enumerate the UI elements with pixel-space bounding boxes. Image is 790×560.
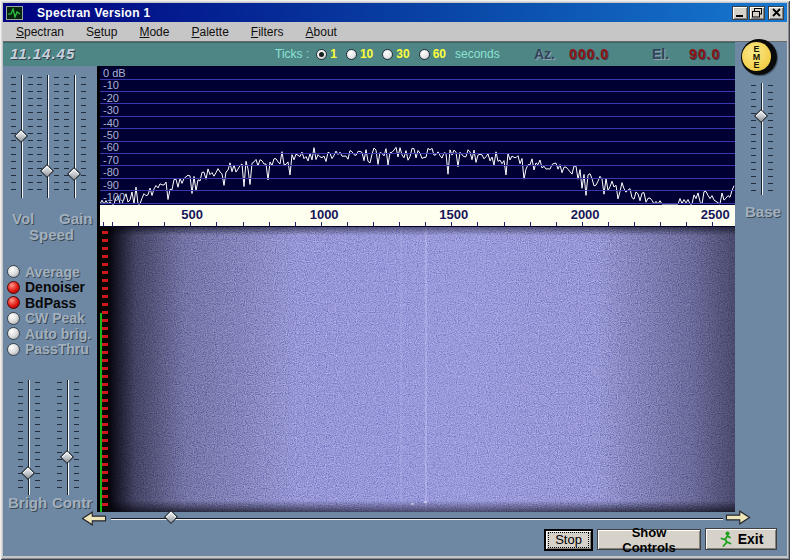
show-controls-button[interactable]: Show Controls <box>597 529 701 550</box>
brigh-slider-thumb[interactable] <box>21 466 35 480</box>
close-button[interactable] <box>768 6 784 20</box>
menu-item-mode[interactable]: Mode <box>128 23 180 41</box>
brigh-label: Brigh <box>8 494 47 511</box>
scroll-left-arrow-icon[interactable] <box>81 511 107 526</box>
tick-radio-1[interactable]: 1 <box>316 47 337 61</box>
radio-icon[interactable] <box>382 49 393 60</box>
tick-radio-10[interactable]: 10 <box>346 47 373 61</box>
gain-slider-thumb[interactable] <box>67 167 81 181</box>
control-label: Denoiser <box>25 279 85 295</box>
stop-button[interactable]: Stop <box>545 530 592 550</box>
el-value: 90.0 <box>689 46 720 62</box>
app-window: Spectran Version 1 SpectranSetupModePale… <box>0 0 790 560</box>
vol-slider-thumb[interactable] <box>14 128 28 142</box>
radio-icon[interactable] <box>7 265 20 278</box>
az-value: 000.0 <box>569 46 609 62</box>
base-slider-thumb[interactable] <box>754 109 768 123</box>
titlebar[interactable]: Spectran Version 1 <box>3 3 787 22</box>
grid-line <box>100 79 735 80</box>
eme-logo-face: E M E <box>742 42 771 71</box>
tick-radio-30[interactable]: 30 <box>382 47 409 61</box>
ticks-radio-group: Ticks : 1103060 seconds <box>275 42 500 66</box>
slider-ticks <box>751 85 756 193</box>
contr-slider-thumb[interactable] <box>60 450 74 464</box>
az-label: Az. <box>534 46 555 62</box>
spectrum-plot: 0 dB-10-20-30-40-50-60-70-80-90-100 <box>97 66 735 205</box>
tick-radio-60[interactable]: 60 <box>419 47 446 61</box>
control-bdpass[interactable]: BdPass <box>7 295 91 311</box>
tick-radio-label: 60 <box>433 47 446 61</box>
stop-button-label: Stop <box>548 532 589 548</box>
slider-ticks <box>74 382 79 493</box>
vol-slider[interactable] <box>11 75 33 198</box>
db-axis-label: -40 <box>103 118 119 128</box>
radio-icon[interactable] <box>7 296 20 309</box>
exit-button-label: Exit <box>738 531 764 547</box>
radio-icon[interactable] <box>419 49 430 60</box>
el-label: El. <box>652 46 669 62</box>
control-auto-brig[interactable]: Auto brig. <box>7 326 91 342</box>
db-axis-label: -70 <box>103 155 119 165</box>
tick-radio-label: 30 <box>396 47 409 61</box>
grid-line <box>100 103 735 104</box>
contr-label: Contr <box>52 494 92 511</box>
waterfall-display <box>97 227 735 512</box>
radio-icon[interactable] <box>346 49 357 60</box>
minimize-button[interactable] <box>732 6 748 20</box>
menu-item-spectran[interactable]: Spectran <box>5 23 75 41</box>
control-average[interactable]: Average <box>7 264 91 280</box>
freq-tick-label: 2000 <box>571 207 600 222</box>
restore-button[interactable] <box>749 6 765 20</box>
control-label: BdPass <box>25 295 76 311</box>
scrollbar-thumb[interactable] <box>164 510 178 524</box>
gain-slider[interactable] <box>64 75 86 198</box>
slider-track[interactable] <box>47 75 49 198</box>
menu-item-setup[interactable]: Setup <box>75 23 128 41</box>
db-axis-label: -90 <box>103 180 119 190</box>
radio-icon[interactable] <box>316 49 327 60</box>
control-label: Average <box>25 264 80 280</box>
slider-ticks <box>18 382 23 493</box>
exit-button[interactable]: Exit <box>705 528 777 550</box>
seconds-label: seconds <box>455 47 500 61</box>
radio-icon[interactable] <box>7 343 20 356</box>
freq-tick-label: 1500 <box>439 207 468 222</box>
grid-line <box>100 91 735 92</box>
base-slider[interactable] <box>751 83 773 195</box>
radio-icon[interactable] <box>7 327 20 340</box>
radio-icon[interactable] <box>7 312 20 325</box>
ticks-label: Ticks : <box>275 47 309 61</box>
brigh-slider[interactable] <box>18 380 40 495</box>
window-title: Spectran Version 1 <box>37 6 150 20</box>
freq-tick-label: 1000 <box>310 207 339 222</box>
menu-item-about[interactable]: About <box>295 23 348 41</box>
radio-icon[interactable] <box>7 281 20 294</box>
control-cw-peak[interactable]: CW Peak <box>7 311 91 327</box>
control-denoiser[interactable]: Denoiser <box>7 280 91 296</box>
slider-ticks <box>35 382 40 493</box>
control-label: PassThru <box>25 341 89 357</box>
grid-line <box>100 141 735 142</box>
db-axis-label: -100 <box>103 192 125 202</box>
speed-slider[interactable] <box>37 75 59 198</box>
waterfall-scale-ticks <box>102 231 108 510</box>
slider-ticks <box>81 77 86 196</box>
scrollbar-track[interactable] <box>111 518 723 520</box>
contr-slider[interactable] <box>57 380 79 495</box>
control-passthru[interactable]: PassThru <box>7 342 91 358</box>
scroll-right-arrow-icon[interactable] <box>725 510 751 525</box>
db-axis-label: 0 dB <box>103 68 126 78</box>
menubar: SpectranSetupModePaletteFiltersAbout <box>3 22 787 42</box>
slider-track[interactable] <box>67 380 69 495</box>
slider-track[interactable] <box>761 83 763 195</box>
speed-slider-thumb[interactable] <box>40 164 54 178</box>
grid-line <box>100 116 735 117</box>
waterfall-vignette <box>110 227 735 512</box>
spectrum-trace <box>100 67 735 205</box>
base-label: Base <box>745 203 781 220</box>
menu-item-palette[interactable]: Palette <box>180 23 239 41</box>
menu-item-filters[interactable]: Filters <box>240 23 295 41</box>
grid-line <box>100 153 735 154</box>
db-axis-label: -80 <box>103 167 119 177</box>
grid-line <box>100 178 735 179</box>
